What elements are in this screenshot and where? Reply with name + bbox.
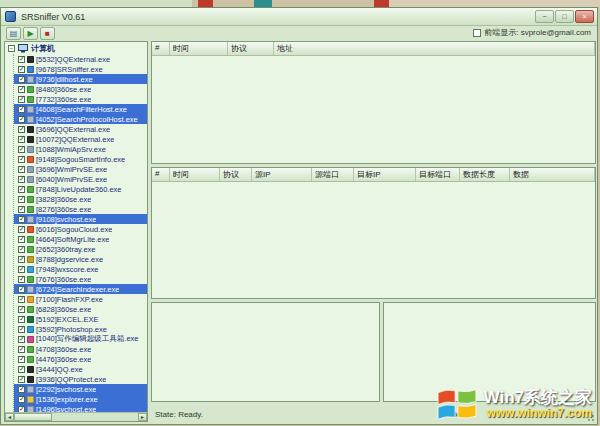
process-checkbox[interactable] (18, 166, 25, 173)
process-checkbox[interactable] (18, 366, 25, 373)
process-row[interactable]: [1496]svchost.exe (14, 404, 147, 412)
process-row[interactable]: [9108]svchost.exe (14, 214, 147, 224)
process-row[interactable]: [6040]WmiPrvSE.exe (14, 174, 147, 184)
process-checkbox[interactable] (18, 396, 25, 403)
process-checkbox[interactable] (18, 226, 25, 233)
hex-view-panel[interactable] (151, 302, 380, 402)
process-row[interactable]: [1536]explorer.exe (14, 394, 147, 404)
process-checkbox[interactable] (18, 256, 25, 263)
column-header-8[interactable]: 数据 (510, 168, 595, 181)
close-button[interactable]: × (575, 10, 594, 23)
process-checkbox[interactable] (18, 96, 25, 103)
process-checkbox[interactable] (18, 196, 25, 203)
process-row[interactable]: [4708]360se.exe (14, 344, 147, 354)
process-row[interactable]: [6016]SogouCloud.exe (14, 224, 147, 234)
start-capture-button[interactable]: ▶ (23, 27, 38, 40)
process-checkbox[interactable] (18, 66, 25, 73)
process-row[interactable]: [8480]360se.exe (14, 84, 147, 94)
process-row[interactable]: [4052]SearchProtocolHost.exe (14, 114, 147, 124)
process-row[interactable]: [3696]WmiPrvSE.exe (14, 164, 147, 174)
column-header-7[interactable]: 数据长度 (460, 168, 510, 181)
adapter-list-button[interactable]: ▤ (6, 27, 21, 40)
process-row[interactable]: [9148]SogouSmartInfo.exe (14, 154, 147, 164)
column-header-5[interactable]: 目标IP (354, 168, 416, 181)
frontend-display-option[interactable]: 前端显示: svprole@gmail.com (473, 27, 591, 38)
maximize-button[interactable]: □ (555, 10, 574, 23)
process-row[interactable]: [3592]Photoshop.exe (14, 324, 147, 334)
scroll-left-arrow[interactable]: ◄ (5, 413, 14, 421)
process-row[interactable]: [9736]dllhost.exe (14, 74, 147, 84)
process-row[interactable]: [3828]360se.exe (14, 194, 147, 204)
process-checkbox[interactable] (18, 316, 25, 323)
process-row[interactable]: [9678]SRSniffer.exe (14, 64, 147, 74)
process-checkbox[interactable] (18, 246, 25, 253)
process-row[interactable]: [2292]svchost.exe (14, 384, 147, 394)
collapse-icon[interactable]: − (8, 45, 15, 52)
process-checkbox[interactable] (18, 276, 25, 283)
column-header-2[interactable]: 协议 (228, 42, 274, 55)
process-tree[interactable]: − 计算机 [5532]QQExternal.exe[9678]SRSniffe… (4, 41, 148, 422)
process-checkbox[interactable] (18, 356, 25, 363)
process-row[interactable]: [4608]SearchFilterHost.exe (14, 104, 147, 114)
connections-table-body[interactable] (152, 56, 595, 164)
scroll-right-arrow[interactable]: ► (138, 413, 147, 421)
column-header-3[interactable]: 地址 (274, 42, 595, 55)
process-row[interactable]: [4664]SoftMgrLite.exe (14, 234, 147, 244)
process-row[interactable]: [8788]dgservice.exe (14, 254, 147, 264)
process-row[interactable]: [10072]QQExternal.exe (14, 134, 147, 144)
tree-horizontal-scrollbar[interactable]: ◄ ► (5, 412, 147, 421)
process-row[interactable]: [7848]LiveUpdate360.exe (14, 184, 147, 194)
column-header-1[interactable]: 时间 (170, 42, 228, 55)
column-header-6[interactable]: 目标端口 (416, 168, 460, 181)
process-checkbox[interactable] (18, 76, 25, 83)
process-checkbox[interactable] (18, 266, 25, 273)
process-checkbox[interactable] (18, 186, 25, 193)
process-checkbox[interactable] (18, 116, 25, 123)
scroll-track[interactable] (52, 413, 138, 421)
process-row[interactable]: [5532]QQExternal.exe (14, 54, 147, 64)
process-row[interactable]: [7732]360se.exe (14, 94, 147, 104)
tree-root[interactable]: − 计算机 (5, 42, 147, 54)
process-checkbox[interactable] (18, 306, 25, 313)
process-checkbox[interactable] (18, 176, 25, 183)
process-checkbox[interactable] (18, 236, 25, 243)
column-header-3[interactable]: 源IP (252, 168, 312, 181)
frontend-checkbox[interactable] (473, 29, 481, 37)
column-header-4[interactable]: 源端口 (312, 168, 354, 181)
process-checkbox[interactable] (18, 386, 25, 393)
scroll-thumb[interactable] (14, 413, 52, 421)
process-row[interactable]: [1040]写作编辑超级工具箱.exe (14, 334, 147, 344)
process-checkbox[interactable] (18, 136, 25, 143)
process-checkbox[interactable] (18, 106, 25, 113)
column-header-2[interactable]: 协议 (220, 168, 252, 181)
process-row[interactable]: [3444]QQ.exe (14, 364, 147, 374)
process-row[interactable]: [6828]360se.exe (14, 304, 147, 314)
process-checkbox[interactable] (18, 126, 25, 133)
process-checkbox[interactable] (18, 346, 25, 353)
process-row[interactable]: [3696]QQExternal.exe (14, 124, 147, 134)
process-row[interactable]: [5192]EXCEL.EXE (14, 314, 147, 324)
column-header-1[interactable]: 时间 (170, 168, 220, 181)
process-row[interactable]: [3936]QQProtect.exe (14, 374, 147, 384)
process-row[interactable]: [4476]360se.exe (14, 354, 147, 364)
process-checkbox[interactable] (18, 336, 25, 343)
process-row[interactable]: [2652]360tray.exe (14, 244, 147, 254)
process-checkbox[interactable] (18, 376, 25, 383)
titlebar[interactable]: SRSniffer V0.61 − □ × (1, 8, 597, 26)
process-checkbox[interactable] (18, 216, 25, 223)
process-checkbox[interactable] (18, 156, 25, 163)
stop-capture-button[interactable]: ■ (40, 27, 55, 40)
process-row[interactable]: [8276]360se.exe (14, 204, 147, 214)
process-checkbox[interactable] (18, 206, 25, 213)
process-checkbox[interactable] (18, 326, 25, 333)
process-row[interactable]: [7948]wxscore.exe (14, 264, 147, 274)
process-row[interactable]: [6724]SearchIndexer.exe (14, 284, 147, 294)
minimize-button[interactable]: − (535, 10, 554, 23)
process-row[interactable]: [1088]WmiApSrv.exe (14, 144, 147, 154)
column-header-0[interactable]: # (152, 42, 170, 55)
packets-table-body[interactable] (152, 182, 595, 299)
column-header-0[interactable]: # (152, 168, 170, 181)
process-checkbox[interactable] (18, 296, 25, 303)
process-checkbox[interactable] (18, 56, 25, 63)
process-checkbox[interactable] (18, 86, 25, 93)
